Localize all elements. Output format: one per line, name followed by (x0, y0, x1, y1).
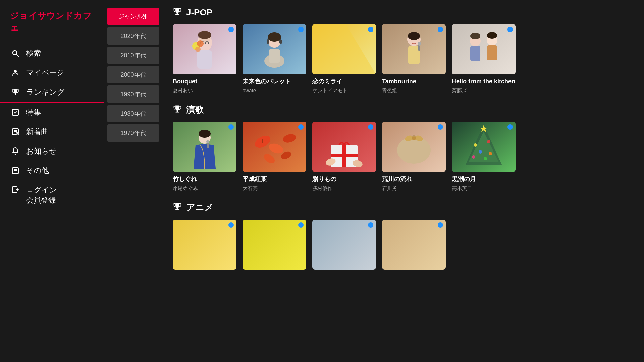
jpop-title: J-POP (186, 7, 212, 18)
card-anime4[interactable] (382, 220, 446, 273)
sidebar-item-special[interactable]: 特集 (0, 103, 104, 122)
section-jpop: J-POP (173, 7, 634, 94)
card-title-takeshigure: 竹しぐれ (173, 175, 236, 183)
svg-rect-51 (487, 45, 497, 60)
sidebar-item-notice[interactable]: お知らせ (0, 141, 104, 161)
svg-point-56 (199, 130, 211, 138)
filter-2010s[interactable]: 2010年代 (107, 47, 159, 64)
login-icon (10, 186, 21, 194)
card-mirairo[interactable]: 未来色のパレット awate (243, 24, 306, 94)
svg-rect-70 (331, 154, 358, 157)
card-takeshigure[interactable]: 竹しぐれ 岸尾めぐみ (173, 122, 236, 191)
card-dot-koinomirai (368, 27, 373, 32)
card-anime3[interactable] (312, 220, 376, 273)
sidebar-label-ranking: ランキング (26, 87, 65, 97)
svg-point-75 (397, 137, 431, 164)
svg-rect-53 (175, 112, 179, 112)
jpop-cards: Bouquet 夏村あい (173, 24, 634, 94)
card-thumb-kuroshio (452, 122, 516, 172)
card-anime1[interactable] (173, 220, 236, 273)
enka-header: 演歌 (173, 104, 634, 116)
filter-1990s[interactable]: 1990年代 (107, 85, 159, 103)
card-thumb-anime2 (243, 220, 306, 270)
card-anime2[interactable] (243, 220, 306, 273)
svg-point-28 (197, 40, 204, 47)
card-arakawa[interactable]: 荒川の流れ 石川勇 (382, 122, 446, 191)
svg-point-84 (472, 155, 475, 159)
card-thumb-anime4 (382, 220, 446, 270)
other-icon (10, 167, 21, 175)
person-icon (10, 69, 21, 77)
sidebar-item-newsongs[interactable]: 新着曲 (0, 122, 104, 141)
search-icon (10, 49, 21, 57)
svg-point-47 (470, 33, 480, 39)
filter-1980s[interactable]: 1980年代 (107, 105, 159, 122)
newsongs-icon (10, 128, 21, 136)
svg-point-80 (474, 143, 477, 147)
card-kuroshio[interactable]: 黒潮の月 高木英二 (452, 122, 516, 191)
svg-point-2 (14, 70, 17, 73)
card-title-arakawa: 荒川の流れ (382, 175, 446, 183)
jpop-trophy-icon (173, 7, 182, 18)
card-thumb-bouquet (173, 24, 236, 74)
special-icon (10, 108, 21, 116)
card-artist-bouquet: 夏村あい (173, 87, 236, 94)
svg-point-41 (408, 32, 420, 40)
card-thumb-anime1 (173, 220, 236, 270)
card-thumb-heisei (243, 122, 306, 172)
svg-point-44 (418, 42, 421, 46)
card-bouquet[interactable]: Bouquet 夏村あい (173, 24, 236, 94)
sidebar-label-special: 特集 (26, 107, 41, 117)
filter-genre[interactable]: ジャンル別 (107, 8, 159, 25)
card-tambourine[interactable]: Tambourine 青色組 (382, 24, 446, 94)
svg-rect-5 (12, 109, 18, 115)
card-thumb-anime3 (312, 220, 376, 270)
filter-1970s[interactable]: 1970年代 (107, 124, 159, 142)
svg-rect-3 (15, 93, 16, 95)
svg-rect-22 (197, 50, 212, 69)
svg-point-24 (198, 31, 211, 39)
card-artist-kuroshio: 高木英二 (452, 185, 516, 192)
sidebar-item-search[interactable]: 検索 (0, 44, 104, 63)
card-title-bouquet: Bouquet (173, 78, 236, 85)
svg-point-50 (487, 32, 497, 39)
card-artist-arakawa: 石川勇 (382, 185, 446, 192)
card-koinomirai[interactable]: 恋のミライ ケントイマモト (312, 24, 376, 94)
card-title-kuroshio: 黒潮の月 (452, 175, 516, 183)
card-thumb-koinomirai (312, 24, 376, 74)
card-dot-tambourine (438, 27, 443, 32)
main-content: J-POP (163, 0, 644, 362)
card-artist-koinomirai: ケントイマモト (312, 87, 376, 94)
card-thumb-takeshigure (173, 122, 236, 172)
jpop-header: J-POP (173, 7, 634, 18)
svg-point-71 (342, 143, 346, 147)
filter-2020s[interactable]: 2020年代 (107, 27, 159, 45)
svg-point-85 (484, 157, 487, 160)
card-heisei[interactable]: 平成紅葉 大石亮 (243, 122, 306, 191)
sidebar: ジョイサウンドカフェ 検索 マイページ ランキング 特集 新着曲 (0, 0, 104, 362)
sidebar-label-newsongs: 新着曲 (26, 127, 48, 137)
card-artist-takeshigure: 岸尾めぐみ (173, 185, 236, 192)
svg-rect-33 (279, 40, 282, 44)
card-dot-bouquet (228, 27, 234, 32)
sidebar-item-mypage[interactable]: マイページ (0, 63, 104, 82)
svg-rect-32 (267, 40, 269, 44)
sidebar-item-login[interactable]: ログイン会員登録 (0, 180, 104, 210)
filter-panel: ジャンル別 2020年代 2010年代 2000年代 1990年代 1980年代… (104, 0, 163, 362)
sidebar-item-ranking[interactable]: ランキング (0, 82, 104, 103)
section-enka: 演歌 (173, 104, 634, 191)
sidebar-item-other[interactable]: その他 (0, 161, 104, 180)
anime-title: アニメ (186, 202, 213, 214)
svg-rect-4 (14, 95, 17, 95)
card-hellofrom[interactable]: Hello from the kitchen 斎藤ズ (452, 24, 516, 94)
enka-cards: 竹しぐれ 岸尾めぐみ (173, 122, 634, 191)
card-okurimono[interactable]: 贈りもの 勝村優作 (312, 122, 376, 191)
card-dot-hellofrom (507, 27, 513, 32)
section-anime: アニメ (173, 202, 634, 273)
card-dot-anime4 (438, 222, 443, 228)
card-artist-heisei: 大石亮 (243, 185, 306, 192)
svg-rect-45 (452, 24, 516, 74)
card-dot-anime3 (368, 222, 373, 228)
svg-point-29 (195, 47, 201, 52)
filter-2000s[interactable]: 2000年代 (107, 66, 159, 83)
